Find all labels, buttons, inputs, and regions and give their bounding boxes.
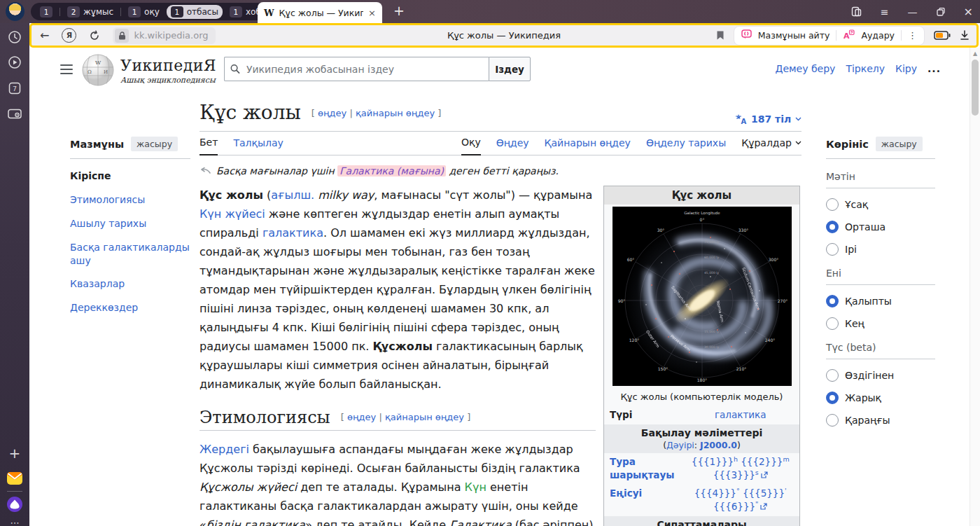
radio-color-dark[interactable]: Қараңғы xyxy=(826,414,935,427)
lock-icon[interactable] xyxy=(115,29,129,43)
main-menu-icon[interactable] xyxy=(60,64,73,74)
scroll-up-arrow[interactable]: ▲ xyxy=(970,50,980,57)
infobox-caption: Құс жолы (компьютерлік модель) xyxy=(604,386,799,406)
galaxy-link[interactable]: галактика xyxy=(715,409,766,420)
tab-group-1[interactable]: 1 xyxy=(36,5,57,19)
dec-value[interactable]: {{{4}}}° {{{5}}}' {{{6}}}" xyxy=(694,487,787,513)
side-panel-icon[interactable] xyxy=(851,6,862,17)
translate-button[interactable]: Аудару xyxy=(861,30,895,41)
hatnote-text[interactable]: Басқа мағыналар үшін Галактика (мағына) … xyxy=(216,165,559,177)
epoch-line[interactable]: (Дәуірі: J2000.0) xyxy=(607,440,797,450)
tab-close-icon[interactable]: × xyxy=(368,8,376,18)
minimize-button[interactable]: — xyxy=(908,6,918,18)
language-selector[interactable]: A 187 тіл xyxy=(735,113,802,125)
read-aloud-button[interactable]: Мазмұнын айту xyxy=(758,30,830,41)
tab-group-work[interactable]: 2 жұмыс xyxy=(63,5,118,19)
address-bar: ← Я kk.wikipedia.org Құс жолы — Уикипеди… xyxy=(29,23,979,48)
search-button[interactable]: Іздеу xyxy=(489,57,531,81)
appearance-hide-button[interactable]: жасыру xyxy=(876,137,923,151)
battery-icon[interactable] xyxy=(934,31,951,40)
radio-icon[interactable] xyxy=(826,414,839,427)
tab-edit[interactable]: Өңдеу xyxy=(496,137,529,155)
ra-label-link[interactable]: Тура шарықтауы xyxy=(610,456,674,481)
section-edit-links[interactable]: [ өңдеу | қайнарын өңдеу ] xyxy=(341,412,470,422)
search-input[interactable] xyxy=(245,63,483,76)
radio-width-standard[interactable]: Қалыпты xyxy=(826,295,935,307)
ra-value[interactable]: {{{1}}}h {{{2}}}m {{{3}}}s xyxy=(692,456,790,481)
paragraph-1[interactable]: Құс жолы (ағылш. milky way, мағынасы "сү… xyxy=(200,186,596,394)
radio-icon[interactable] xyxy=(826,317,839,330)
refresh-icon[interactable] xyxy=(89,30,100,41)
svg-text:330°: 330° xyxy=(738,228,748,233)
tab-counter-icon[interactable]: 7 xyxy=(0,81,29,95)
radio-icon[interactable] xyxy=(826,295,839,307)
title-edit-links[interactable]: [ өңдеу | қайнарын өңдеу ] xyxy=(312,108,441,118)
read-aloud-icon[interactable] xyxy=(741,29,752,42)
radio-color-light[interactable]: Жарық xyxy=(826,392,935,404)
toc-item-etymology[interactable]: Этимологиясы xyxy=(70,193,190,207)
yandex-home-icon[interactable]: Я xyxy=(62,28,76,43)
tab-group-family-selected[interactable]: 1 отбасы xyxy=(167,5,223,19)
svg-text:150°: 150° xyxy=(658,366,668,371)
radio-color-auto[interactable]: Өздігінен xyxy=(826,369,935,382)
login-link[interactable]: Кіру xyxy=(895,63,917,74)
search-box[interactable] xyxy=(224,57,489,81)
toc-item-references[interactable]: Дереккөздер xyxy=(70,301,190,314)
tab-history[interactable]: Өңделу тарихы xyxy=(646,137,726,155)
video-icon[interactable] xyxy=(0,55,29,69)
toc-item-discovery[interactable]: Ашылу тарихы xyxy=(70,217,190,230)
new-tab-button[interactable]: + xyxy=(389,1,409,20)
radio-icon[interactable] xyxy=(826,243,839,256)
screencast-icon[interactable] xyxy=(0,107,29,121)
toc-hide-button[interactable]: жасыру xyxy=(131,137,178,151)
wikipedia-logo[interactable]: W Ω И xyxy=(81,53,115,87)
radio-width-wide[interactable]: Кең xyxy=(826,317,935,330)
yandex-mail-icon[interactable] xyxy=(0,470,29,487)
galaxy-image[interactable]: Galactic Longitude 0° 30° 60° 90° 120° 1… xyxy=(604,205,799,386)
downloads-icon[interactable] xyxy=(960,30,969,41)
alice-assistant-icon[interactable] xyxy=(0,495,29,513)
radio-icon[interactable] xyxy=(826,221,839,233)
radio-text-large[interactable]: Ірі xyxy=(826,243,935,256)
svg-text:Ω: Ω xyxy=(88,69,92,75)
restore-button[interactable] xyxy=(937,8,945,16)
external-link-icon[interactable] xyxy=(760,500,767,514)
wikipedia-wordmark[interactable]: УикипедиЯ Ашық энциклопедиясы xyxy=(120,57,216,85)
tab-edit-source[interactable]: Қайнарын өңдеу xyxy=(545,137,631,155)
tab-talk[interactable]: Талқылау xyxy=(233,137,283,155)
radio-icon[interactable] xyxy=(826,369,839,382)
external-link-icon[interactable] xyxy=(761,469,768,483)
register-link[interactable]: Тіркелу xyxy=(846,63,885,74)
sidebar-add-icon[interactable]: + xyxy=(0,445,29,462)
radio-icon[interactable] xyxy=(826,198,839,211)
radio-icon[interactable] xyxy=(826,392,839,404)
toc-item-intro[interactable]: Кіріспе xyxy=(70,169,190,183)
header-more-icon[interactable]: ... xyxy=(927,63,941,74)
tab-group-study[interactable]: 1 оқу xyxy=(124,5,164,19)
browser-menu-icon[interactable]: ≡ xyxy=(881,6,889,18)
translate-icon[interactable]: A xyxy=(843,29,855,42)
back-button[interactable]: ← xyxy=(40,29,49,42)
url-field[interactable]: kk.wikipedia.org xyxy=(113,27,215,44)
close-window-button[interactable]: × xyxy=(964,5,973,18)
radio-text-small[interactable]: Ұсақ xyxy=(826,198,935,211)
page-scrollbar[interactable]: ▲ xyxy=(969,48,980,526)
bookmark-icon[interactable] xyxy=(716,30,724,41)
page-actions-more-icon[interactable]: ⋮ xyxy=(908,30,917,41)
radio-label: Орташа xyxy=(845,221,886,233)
paragraph-2[interactable]: Жердегі бақылаушыға аспандағы мыңдаған ж… xyxy=(200,440,596,526)
donate-link[interactable]: Демеу беру xyxy=(775,63,835,74)
scrollbar-thumb[interactable] xyxy=(972,60,979,116)
tab-tools[interactable]: Құралдар xyxy=(741,137,802,155)
active-tab[interactable]: W Құс жолы — Уикипеди × xyxy=(258,2,382,23)
toc-item-quasars[interactable]: Квазарлар xyxy=(70,277,190,291)
profile-avatar[interactable] xyxy=(6,2,24,21)
tab-page[interactable]: Бет xyxy=(200,137,218,155)
radio-text-standard[interactable]: Орташа xyxy=(826,221,935,233)
dec-label-link[interactable]: Еңісуі xyxy=(610,487,642,499)
toc-item-other-galaxies[interactable]: Басқа галактикаларды ашу xyxy=(70,241,190,268)
tab-read[interactable]: Оқу xyxy=(461,137,481,155)
svg-text:240°: 240° xyxy=(765,338,775,342)
sidebar-more-icon[interactable]: ⋯ xyxy=(0,518,29,526)
history-icon[interactable] xyxy=(0,30,29,44)
